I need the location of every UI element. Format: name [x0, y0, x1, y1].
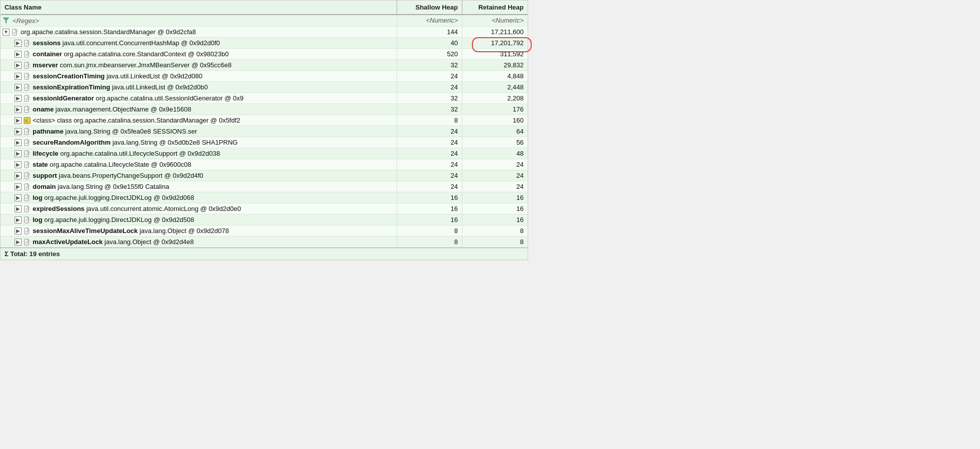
- expand-button[interactable]: ▶: [15, 161, 22, 168]
- row-class-name: <Regex>: [13, 17, 39, 25]
- row-class-name: log org.apache.juli.logging.DirectJDKLog…: [33, 194, 194, 201]
- cell-retained-heap: 24: [462, 170, 528, 181]
- doc-icon: [24, 228, 31, 235]
- expand-button[interactable]: ▶: [15, 84, 22, 91]
- doc-icon: [24, 40, 31, 47]
- row-class-name: log org.apache.juli.logging.DirectJDKLog…: [33, 216, 194, 223]
- cell-shallow-heap: 40: [397, 38, 462, 48]
- table-row: ▶ expiredSessions java.util.concurrent.a…: [1, 203, 528, 214]
- doc-icon: [24, 183, 31, 190]
- cell-shallow-heap: 24: [397, 82, 462, 92]
- table-row: ▶ C <class> class org.apache.catalina.se…: [1, 115, 528, 126]
- expand-button[interactable]: ▶: [15, 106, 22, 113]
- table-body: <Regex><Numeric><Numeric>▼ org.apache.ca…: [1, 15, 528, 248]
- total-label: Σ Total: 19 entries: [5, 250, 60, 258]
- doc-icon: [24, 161, 31, 168]
- filter-icon: [3, 17, 11, 25]
- doc-icon: [24, 150, 31, 157]
- table-row: ▶ domain java.lang.String @ 0x9e155f0 Ca…: [1, 181, 528, 192]
- cell-retained-heap: 17,201,792: [462, 38, 528, 48]
- total-row: Σ Total: 19 entries: [1, 248, 528, 260]
- doc-icon: [24, 84, 31, 91]
- expand-button[interactable]: ▶: [15, 205, 22, 212]
- cell-class-name: ▶ sessionExpirationTiming java.util.Link…: [1, 82, 397, 92]
- table-row: ▶ support java.beans.PropertyChangeSuppo…: [1, 170, 528, 181]
- cell-shallow-heap: 16: [397, 203, 462, 214]
- cell-retained-heap: 16: [462, 192, 528, 203]
- cell-shallow-heap: 24: [397, 126, 462, 137]
- cell-class-name: ▶ sessionMaxAliveTimeUpdateLock java.lan…: [1, 226, 397, 236]
- expand-button[interactable]: ▶: [15, 40, 22, 47]
- cell-retained-heap: 56: [462, 137, 528, 148]
- cell-class-name: ▶ support java.beans.PropertyChangeSuppo…: [1, 170, 397, 181]
- header-shallow-heap: Shallow Heap: [397, 1, 462, 14]
- table-row: ▶ state org.apache.catalina.LifecycleSta…: [1, 159, 528, 170]
- cell-retained-heap: 2,208: [462, 93, 528, 103]
- expand-button[interactable]: ▶: [15, 183, 22, 190]
- expand-button[interactable]: ▶: [15, 228, 22, 235]
- cell-class-name: <Regex>: [1, 15, 397, 26]
- expand-button[interactable]: ▶: [15, 139, 22, 146]
- cell-class-name: ▶ mserver com.sun.jmx.mbeanserver.JmxMBe…: [1, 60, 397, 70]
- table-row: <Regex><Numeric><Numeric>: [1, 15, 528, 27]
- expand-button[interactable]: ▶: [15, 239, 22, 246]
- cell-shallow-heap: 16: [397, 214, 462, 225]
- expand-button[interactable]: ▶: [15, 95, 22, 102]
- cell-class-name: ▶ C <class> class org.apache.catalina.se…: [1, 115, 397, 126]
- cell-shallow-heap: 24: [397, 148, 462, 159]
- cell-retained-heap: 8: [462, 237, 528, 247]
- table-row: ▶ lifecycle org.apache.catalina.util.Lif…: [1, 148, 528, 159]
- expand-button[interactable]: ▼: [3, 29, 10, 36]
- table-row: ▶ log org.apache.juli.logging.DirectJDKL…: [1, 214, 528, 226]
- cell-retained-heap: <Numeric>: [462, 15, 528, 26]
- row-class-name: pathname java.lang.String @ 0x5fea0e8 SE…: [33, 128, 197, 135]
- heap-table: Class Name Shallow Heap Retained Heap <R…: [0, 0, 528, 260]
- table-row: ▶ sessions java.util.concurrent.Concurre…: [1, 38, 528, 49]
- expand-button[interactable]: ▶: [15, 216, 22, 223]
- row-class-name: sessionCreationTiming java.util.LinkedLi…: [33, 72, 202, 80]
- row-class-name: sessionExpirationTiming java.util.Linked…: [33, 83, 208, 91]
- doc-icon: [24, 95, 31, 102]
- expand-button[interactable]: ▶: [15, 172, 22, 179]
- header-class-name: Class Name: [1, 1, 397, 14]
- cell-shallow-heap: 32: [397, 93, 462, 103]
- doc-icon: [24, 139, 31, 146]
- cell-shallow-heap: 24: [397, 159, 462, 170]
- row-class-name: sessionIdGenerator org.apache.catalina.u…: [33, 94, 243, 102]
- expand-button[interactable]: ▶: [15, 128, 22, 135]
- expand-button[interactable]: ▶: [15, 117, 22, 124]
- table-row: ▶ sessionIdGenerator org.apache.catalina…: [1, 93, 528, 104]
- cell-class-name: ▶ secureRandomAlgorithm java.lang.String…: [1, 137, 397, 148]
- cell-class-name: ▶ sessions java.util.concurrent.Concurre…: [1, 38, 397, 48]
- cell-shallow-heap: 24: [397, 137, 462, 148]
- doc-icon: [12, 29, 19, 36]
- expand-button[interactable]: ▶: [15, 194, 22, 201]
- cell-class-name: ▶ log org.apache.juli.logging.DirectJDKL…: [1, 214, 397, 225]
- cell-retained-heap: 24: [462, 159, 528, 170]
- row-class-name: state org.apache.catalina.LifecycleState…: [33, 161, 191, 168]
- table-header: Class Name Shallow Heap Retained Heap: [1, 1, 528, 15]
- cell-class-name: ▶ sessionCreationTiming java.util.Linked…: [1, 71, 397, 81]
- table-row: ▶ sessionExpirationTiming java.util.Link…: [1, 82, 528, 93]
- cell-shallow-heap: 24: [397, 170, 462, 181]
- doc-icon: [24, 73, 31, 80]
- cell-class-name: ▶ lifecycle org.apache.catalina.util.Lif…: [1, 148, 397, 159]
- expand-button[interactable]: ▶: [15, 150, 22, 157]
- header-retained-heap: Retained Heap: [462, 1, 528, 14]
- table-row: ▶ mserver com.sun.jmx.mbeanserver.JmxMBe…: [1, 60, 528, 71]
- expand-button[interactable]: ▶: [15, 62, 22, 69]
- cell-shallow-heap: 8: [397, 115, 462, 126]
- cell-shallow-heap: 32: [397, 104, 462, 115]
- doc-icon: [24, 106, 31, 113]
- expand-button[interactable]: ▶: [15, 73, 22, 80]
- cell-retained-heap: 17,211,600: [462, 27, 528, 37]
- cell-class-name: ▶ oname javax.management.ObjectName @ 0x…: [1, 104, 397, 115]
- table-row: ▶ container org.apache.catalina.core.Sta…: [1, 49, 528, 60]
- row-class-name: maxActiveUpdateLock java.lang.Object @ 0…: [33, 238, 194, 246]
- row-class-name: domain java.lang.String @ 0x9e155f0 Cata…: [33, 183, 169, 190]
- row-class-name: oname javax.management.ObjectName @ 0x9e…: [33, 105, 191, 113]
- class-icon: C: [24, 117, 31, 124]
- cell-shallow-heap: 24: [397, 181, 462, 192]
- cell-class-name: ▶ state org.apache.catalina.LifecycleSta…: [1, 159, 397, 170]
- expand-button[interactable]: ▶: [15, 51, 22, 58]
